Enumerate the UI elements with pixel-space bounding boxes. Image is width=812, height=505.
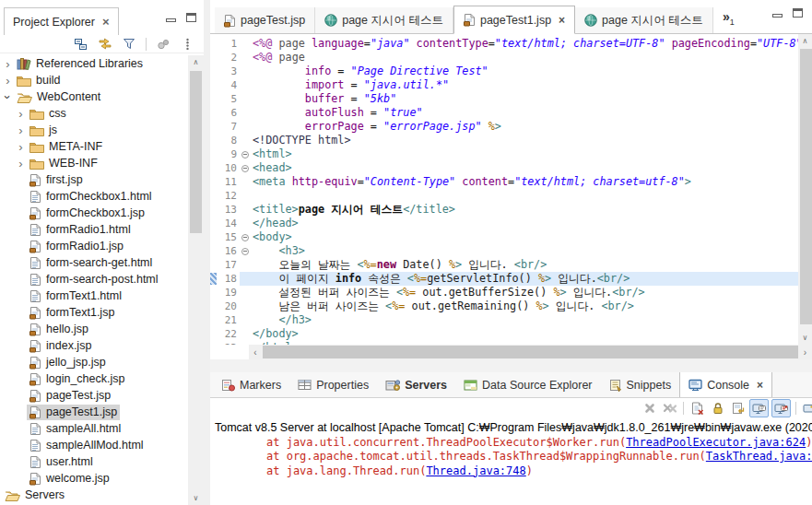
filter-button[interactable] <box>120 36 137 53</box>
code-line-10[interactable]: 10<head> <box>210 161 798 175</box>
tree-item-formcheckbox1-html[interactable]: formCheckbox1.html <box>0 188 188 205</box>
view-tab-console[interactable]: Console <box>679 372 772 397</box>
tree-item-meta-inf[interactable]: ›META-INF <box>0 138 188 155</box>
scrollbar-thumb[interactable] <box>263 346 798 358</box>
code-line-17[interactable]: 17 오늘의 날짜는 <%=new Date() %> 입니다. <br/> <box>210 258 798 272</box>
code-line-15[interactable]: 15<body> <box>210 230 798 244</box>
expand-arrow-icon[interactable]: › <box>2 58 14 70</box>
editor-horizontal-scrollbar[interactable] <box>249 345 798 359</box>
scroll-lock-button[interactable] <box>709 400 726 417</box>
tree-item-build[interactable]: ›build <box>0 72 188 88</box>
stack-link[interactable]: TaskThread.java:61 <box>706 450 812 463</box>
expand-arrow-icon[interactable]: › <box>2 75 14 87</box>
scrollbar-thumb[interactable] <box>800 49 812 324</box>
code-line-12[interactable]: 12 <box>210 189 798 203</box>
tree-scrollbar[interactable] <box>188 55 204 505</box>
scroll-right-icon[interactable] <box>798 345 812 359</box>
tree-item-first-jsp[interactable]: first.jsp <box>0 171 188 188</box>
tree-item-index-jsp[interactable]: index.jsp <box>0 337 188 354</box>
code-line-16[interactable]: 16 <h3> <box>210 244 798 258</box>
code-line-4[interactable]: 4 import = "java.util.*" <box>210 78 798 92</box>
tree-item-web-inf[interactable]: ›WEB-INF <box>0 155 188 171</box>
fold-minus-icon[interactable] <box>241 151 249 159</box>
code-line-9[interactable]: 9<html> <box>210 147 798 161</box>
expand-arrow-icon[interactable]: › <box>15 141 27 153</box>
tree-item-sampleallmod-html[interactable]: sampleAllMod.html <box>0 437 188 453</box>
tree-item-sampleall-html[interactable]: sampleAll.html <box>0 420 188 437</box>
code-line-21[interactable]: 21 </h3> <box>210 313 798 327</box>
scroll-up-icon[interactable] <box>798 34 812 48</box>
tab-overflow-button[interactable]: »1 <box>723 10 735 27</box>
close-icon[interactable] <box>559 15 565 26</box>
tree-item-referenced-libraries[interactable]: ›Referenced Libraries <box>0 55 188 72</box>
code-line-13[interactable]: 13<title>page 지시어 테스트</title> <box>210 203 798 217</box>
stack-link[interactable]: ThreadPoolExecutor.java:624 <box>626 436 806 449</box>
remove-all-terminated-button[interactable] <box>661 400 678 417</box>
open-console-button[interactable] <box>801 400 812 417</box>
panel-sash[interactable] <box>204 0 210 505</box>
fold-minus-icon[interactable] <box>241 248 249 255</box>
clear-console-button[interactable] <box>688 400 706 417</box>
code-line-6[interactable]: 6 autoFlush = "true" <box>210 106 798 120</box>
scroll-left-icon[interactable] <box>249 345 262 359</box>
tree-item-form-search-get-html[interactable]: form-search-get.html <box>0 254 188 271</box>
code-line-19[interactable]: 19 설정된 버퍼 사이즈는 <%= out.getBufferSize() %… <box>210 286 798 299</box>
editor-tab-page-지시어-테스트[interactable]: page 지시어 테스트 <box>575 7 713 33</box>
tree-item-login-check-jsp[interactable]: login_check.jsp <box>0 370 188 387</box>
tree-item-jello-jsp-jsp[interactable]: jello_jsp.jsp <box>0 354 188 370</box>
code-line-7[interactable]: 7 errorPage = "errorPage.jsp" %> <box>210 120 798 134</box>
horizontal-sash[interactable] <box>210 359 812 372</box>
code-line-2[interactable]: 2<%@ page <box>210 51 798 65</box>
close-icon[interactable] <box>102 16 110 28</box>
view-menu-button[interactable] <box>179 36 196 53</box>
code-line-1[interactable]: 1<%@ page language="java" contentType="t… <box>210 37 798 51</box>
tree-item-formtext1-html[interactable]: formText1.html <box>0 288 188 304</box>
tree-item-formradio1-html[interactable]: formRadio1.html <box>0 221 188 238</box>
tree-item-formtext1-jsp[interactable]: formText1.jsp <box>0 304 188 321</box>
maximize-button[interactable] <box>186 12 196 25</box>
view-tab-snippets[interactable]: Snippets <box>601 372 680 397</box>
view-tab-data-source-explorer[interactable]: Data Source Explorer <box>455 372 601 397</box>
terminate-button[interactable] <box>641 400 658 417</box>
tree-item-formradio1-jsp[interactable]: formRadio1.jsp <box>0 238 188 254</box>
editor-tab-page-지시어-테스트[interactable]: page 지시어 테스트 <box>315 7 453 33</box>
tree-item-pagetest-jsp[interactable]: pageTest.jsp <box>0 387 188 404</box>
word-wrap-button[interactable] <box>729 400 747 417</box>
collapse-arrow-icon[interactable]: › <box>2 91 14 103</box>
scroll-down-icon[interactable] <box>798 331 812 345</box>
tree-item-js[interactable]: ›js <box>0 122 188 138</box>
show-stderr-button[interactable] <box>771 399 791 417</box>
tree-item-formcheckbox1-jsp[interactable]: formCheckbox1.jsp <box>0 205 188 221</box>
focus-button[interactable] <box>155 36 172 53</box>
close-icon[interactable] <box>757 380 763 391</box>
fold-minus-icon[interactable] <box>241 234 249 241</box>
view-tab-servers[interactable]: Servers <box>377 372 455 397</box>
code-line-11[interactable]: 11<meta http-equiv="Content-Type" conten… <box>210 175 798 189</box>
editor-tab-pagetest1-jsp[interactable]: pageTest1.jsp <box>453 6 575 34</box>
code-line-18[interactable]: 18 이 페이지 info 속성은 <%=getServletInfo() %>… <box>210 272 798 286</box>
show-stdout-button[interactable] <box>749 399 769 417</box>
tree-item-css[interactable]: ›css <box>0 105 188 122</box>
view-tab-markers[interactable]: Markers <box>213 372 289 397</box>
console-view[interactable]: Tomcat v8.5 Server at localhost [Apache … <box>210 418 812 505</box>
project-explorer-tab[interactable]: Project Explorer <box>4 7 119 35</box>
view-tab-properties[interactable]: Properties <box>289 372 377 397</box>
scroll-up-icon[interactable] <box>188 55 204 69</box>
scrollbar-thumb[interactable] <box>190 71 202 233</box>
code-line-3[interactable]: 3 info = "Page Directive Test" <box>210 65 798 78</box>
expand-arrow-icon[interactable]: › <box>15 108 27 120</box>
expand-arrow-icon[interactable]: › <box>15 158 27 170</box>
collapse-all-button[interactable] <box>72 36 89 53</box>
code-line-8[interactable]: 8<!DOCTYPE html> <box>210 134 798 147</box>
minimize-button[interactable] <box>166 12 176 25</box>
code-line-5[interactable]: 5 buffer = "5kb" <box>210 92 798 106</box>
tree-item-welcome-jsp[interactable]: welcome.jsp <box>0 470 188 487</box>
scroll-down-icon[interactable] <box>188 491 204 505</box>
code-editor[interactable]: 1<%@ page language="java" contentType="t… <box>210 34 798 345</box>
maximize-button[interactable] <box>793 7 803 20</box>
editor-vertical-scrollbar[interactable] <box>798 34 812 345</box>
editor-tab-pagetest-jsp[interactable]: pageTest.jsp <box>215 7 315 33</box>
code-line-20[interactable]: 20 남은 버퍼 사이즈는 <%= out.getRemaining() %> … <box>210 299 798 313</box>
link-editor-button[interactable] <box>96 36 113 53</box>
tree-item-webcontent[interactable]: ›WebContent <box>0 88 188 105</box>
